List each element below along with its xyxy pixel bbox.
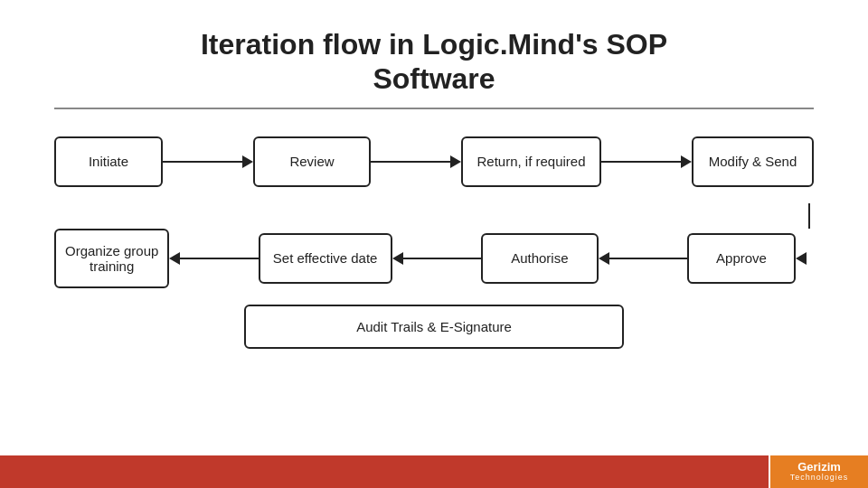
flow-row-1: Initiate Review Return, if required Mo: [54, 136, 814, 187]
main-content: Iteration flow in Logic.Mind's SOP Softw…: [0, 0, 868, 349]
arrow-r2-3-4: [599, 252, 687, 265]
box-authorise: Authorise: [481, 233, 599, 284]
company-name: Gerizim: [797, 461, 841, 474]
page-title: Iteration flow in Logic.Mind's SOP Softw…: [54, 27, 814, 97]
box-approve: Approve: [687, 233, 796, 284]
flow-row-2: Organize group training Set effective da…: [54, 229, 814, 288]
footer-logo: Gerizim Technologies: [769, 455, 868, 488]
box-modify-send: Modify & Send: [692, 136, 814, 187]
arrow-3-4: [601, 155, 692, 168]
arrow-r2-1-2: [169, 252, 258, 265]
flow-diagram: Initiate Review Return, if required Mo: [54, 136, 814, 349]
company-sub: Technologies: [790, 474, 849, 483]
box-return: Return, if required: [461, 136, 601, 187]
box-organize: Organize group training: [54, 229, 169, 288]
footer: Gerizim Technologies: [0, 455, 868, 488]
box-review: Review: [253, 136, 371, 187]
arrow-connector-end: [796, 252, 814, 265]
audit-box: Audit Trails & E-Signature: [244, 305, 624, 349]
box-set-effective: Set effective date: [259, 233, 392, 284]
footer-red: [0, 455, 769, 488]
box-initiate: Initiate: [54, 136, 163, 187]
divider: [54, 108, 814, 109]
arrow-r2-2-3: [392, 252, 481, 265]
arrow-1-2: [163, 155, 253, 168]
arrow-2-3: [371, 155, 461, 168]
